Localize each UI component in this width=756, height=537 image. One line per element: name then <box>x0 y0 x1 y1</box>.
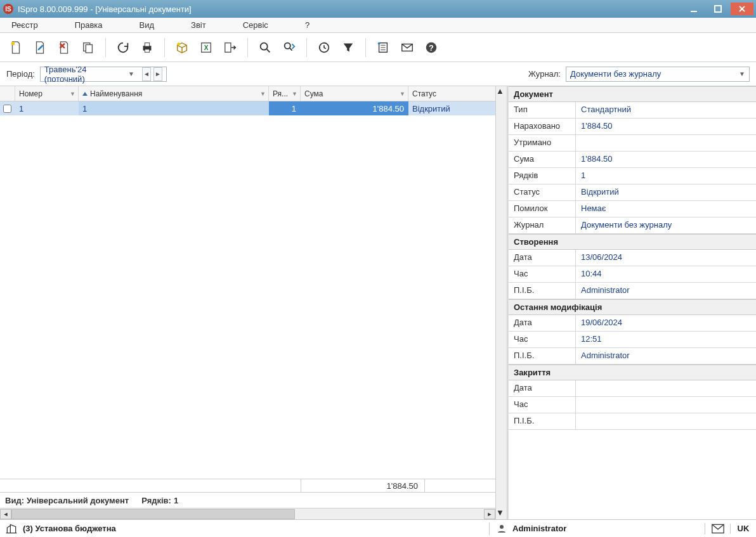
detail-row-closed-name: П.І.Б. <box>509 413 756 430</box>
search-icon[interactable] <box>254 37 276 58</box>
mail-icon[interactable] <box>396 37 418 58</box>
svg-rect-10 <box>86 44 92 53</box>
detail-row-modified-date: Дата 19/06/2024 <box>509 315 756 332</box>
svg-text:IS: IS <box>5 6 11 13</box>
scroll-right-button[interactable]: ► <box>484 509 495 519</box>
help-icon[interactable]: ? <box>420 37 442 58</box>
title-bar: IS ISpro 8.00.009.999 - [Універсальні до… <box>0 0 756 18</box>
row-rows: 1 <box>269 101 301 115</box>
svg-line-19 <box>267 49 270 52</box>
detail-row-errors: Помилок Немає <box>509 201 756 217</box>
horizontal-scrollbar[interactable]: ◄ ► <box>0 508 495 519</box>
grid-header-number[interactable]: Номер ▼ <box>15 86 79 101</box>
table-row[interactable]: 1 1 1 1'884.50 Відкритий <box>0 101 495 115</box>
history-icon[interactable] <box>313 37 335 58</box>
refresh-icon[interactable] <box>112 37 134 58</box>
detail-row-closed-time: Час <box>509 397 756 413</box>
row-status: Відкритий <box>408 101 495 115</box>
menu-report[interactable]: Звіт <box>187 19 210 31</box>
details-section-closed: Закриття <box>509 365 756 380</box>
menu-registry[interactable]: Реєстр <box>8 19 42 31</box>
svg-rect-3 <box>715 6 721 12</box>
grid-header-status[interactable]: Статус <box>408 86 495 101</box>
menu-view[interactable]: Вид <box>136 19 159 31</box>
journal-label: Журнал: <box>528 69 561 79</box>
svg-rect-12 <box>145 42 149 46</box>
delete-document-icon[interactable] <box>53 37 75 58</box>
detail-row-accrued: Нараховано 1'884.50 <box>509 119 756 135</box>
svg-rect-13 <box>145 49 149 52</box>
status-lang[interactable]: UK <box>731 524 756 533</box>
details-section-created: Створення <box>509 234 756 250</box>
svg-rect-17 <box>225 42 231 52</box>
details-section-document: Документ <box>509 86 756 102</box>
filter-icon[interactable] <box>337 37 359 58</box>
excel-export-icon[interactable]: X <box>195 37 217 58</box>
maximize-button[interactable] <box>707 3 729 15</box>
detail-row-created-time: Час 10:44 <box>509 266 756 283</box>
detail-row-journal: Журнал Документи без журналу <box>509 217 756 234</box>
svg-point-27 <box>378 42 381 44</box>
vertical-scrollbar[interactable]: ▲ ▼ <box>495 86 507 519</box>
menu-edit[interactable]: Правка <box>71 19 107 31</box>
package-icon[interactable] <box>171 37 193 58</box>
copy-icon[interactable] <box>77 37 99 58</box>
svg-line-21 <box>290 48 292 50</box>
period-prev-button[interactable]: ◄ <box>142 67 151 81</box>
status-user: Administrator <box>512 524 566 533</box>
status-bar: (3) Установа бюджетна Administrator UK <box>0 519 756 537</box>
edit-document-icon[interactable] <box>29 37 51 58</box>
grid-header-sum[interactable]: Сума ▼ <box>301 86 408 101</box>
svg-rect-2 <box>691 11 697 12</box>
grid-header-rows[interactable]: Ря... ▼ <box>269 86 301 101</box>
building-icon <box>5 522 18 535</box>
chevron-down-icon: ▼ <box>739 70 745 77</box>
period-combo[interactable]: Травень'24 (поточний) ▼ ◄ ► <box>40 67 167 82</box>
scroll-left-button[interactable]: ◄ <box>0 509 11 519</box>
menu-service[interactable]: Сервіс <box>239 19 272 31</box>
window-title: ISpro 8.00.009.999 - [Універсальні докум… <box>18 4 192 14</box>
detail-row-closed-date: Дата <box>509 380 756 397</box>
svg-point-20 <box>285 42 290 48</box>
search-next-icon[interactable] <box>278 37 300 58</box>
chevron-down-icon: ▼ <box>70 91 75 97</box>
print-icon[interactable] <box>136 37 158 58</box>
grid-footer-text: Вид: Універсальний документ Рядків: 1 <box>0 493 495 508</box>
grid-header: Номер ▼ Найменування ▼ Ря... ▼ Сума ▼ <box>0 86 495 101</box>
svg-point-18 <box>261 42 268 49</box>
journal-combo[interactable]: Документи без журналу ▼ <box>566 67 750 82</box>
svg-text:?: ? <box>429 42 434 52</box>
grid-header-sum-label: Сума <box>304 89 323 98</box>
user-icon <box>496 523 507 534</box>
row-name: 1 <box>79 101 269 115</box>
filter-bar: Період: Травень'24 (поточний) ▼ ◄ ► Журн… <box>0 62 756 86</box>
toolbar: X ? <box>0 33 756 62</box>
close-button[interactable] <box>731 3 753 15</box>
details-section-modified: Остання модифікація <box>509 299 756 315</box>
list-icon[interactable] <box>372 37 394 58</box>
menu-help[interactable]: ? <box>301 19 313 31</box>
grid-footer-sum-value: 1'884.50 <box>301 479 425 492</box>
detail-row-withheld: Утримано <box>509 135 756 152</box>
detail-row-created-name: П.І.Б. Administrator <box>509 283 756 299</box>
period-next-button[interactable]: ► <box>153 67 162 81</box>
export-icon[interactable] <box>219 37 241 58</box>
grid-header-name-label: Найменування <box>90 89 142 98</box>
sort-asc-icon <box>82 92 88 96</box>
new-document-icon[interactable] <box>5 37 27 58</box>
footer-view-value: Універсальний документ <box>27 496 129 505</box>
status-mail-button[interactable] <box>705 524 731 534</box>
row-checkbox[interactable] <box>0 101 15 115</box>
grid-header-name[interactable]: Найменування ▼ <box>79 86 269 101</box>
period-value: Травень'24 (поточний) <box>44 65 122 84</box>
journal-value: Документи без журналу <box>570 69 661 79</box>
scroll-down-button[interactable]: ▼ <box>496 508 507 519</box>
detail-row-created-date: Дата 13/06/2024 <box>509 250 756 266</box>
scroll-up-button[interactable]: ▲ <box>496 86 507 98</box>
status-org: (3) Установа бюджетна <box>23 524 116 533</box>
chevron-down-icon: ▼ <box>400 91 405 97</box>
detail-row-modified-name: П.І.Б. Administrator <box>509 348 756 365</box>
minimize-button[interactable] <box>682 3 705 15</box>
grid-header-check[interactable] <box>0 86 15 101</box>
row-number: 1 <box>15 101 79 115</box>
